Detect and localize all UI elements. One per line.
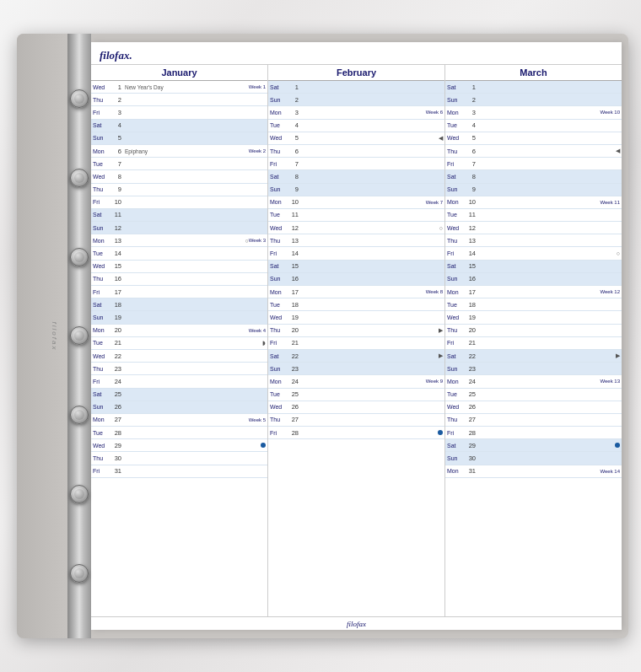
day-row: Mon3Week 10 [445,106,622,119]
day-number: 29 [111,442,121,449]
day-number: 23 [466,365,476,373]
day-name: Sat [447,353,466,359]
day-number: 24 [111,378,121,385]
moon-icon: ○ [617,250,620,256]
day-number: 11 [466,211,476,218]
binder: filofax filofax. JanuaryWed1New Year's D… [17,34,628,638]
week-label: Week 14 [600,469,620,474]
day-number: 22 [466,352,476,360]
day-number: 18 [466,301,476,309]
days-list: Sat1Sun2Mon3Week 10Tue4Wed5Thu6◀Fri7Sat8… [445,81,622,616]
day-number: 26 [466,403,476,411]
day-row: Mon10Week 7 [268,196,444,209]
day-row: Thu13 [445,234,622,247]
week-label: Week 9 [426,379,443,384]
day-name: Mon [447,199,466,205]
day-name: Fri [93,379,111,384]
day-row: Sun5 [91,132,267,145]
day-number: 9 [288,185,299,193]
day-name: Wed [93,263,111,269]
day-name: Wed [270,225,288,231]
day-name: Thu [93,366,111,372]
moon-icon: ○ [439,225,443,231]
day-number: 5 [111,134,121,142]
day-name: Sun [447,97,466,103]
day-number: 19 [111,314,121,321]
day-row: Sun26 [91,401,267,414]
day-row: Sat25 [91,389,267,401]
day-row: Thu20 [445,325,622,337]
day-name: Sat [93,302,111,308]
day-name: Fri [447,250,466,256]
day-name: Sat [447,84,466,90]
day-row: Mon17Week 8 [268,286,444,298]
day-name: Tue [270,302,288,308]
month-col-february: FebruarySat1Sun2Mon3Week 6Tue4Wed5◀Thu6F… [268,65,445,616]
week-label: Week 2 [249,148,266,153]
day-row: Thu6 [268,145,444,158]
week-label: Week 4 [249,328,266,333]
day-row: Wed12○ [268,222,444,234]
day-name: Thu [447,417,466,422]
day-name: Fri [270,340,288,346]
day-name: Tue [447,302,466,308]
day-number: 23 [288,365,299,373]
day-number: 21 [288,339,299,347]
day-row: Sat22▶ [268,350,444,363]
day-row: Wed26 [445,401,622,414]
day-row: Sun30 [445,452,622,465]
dot-icon [261,443,266,448]
day-row: Tue18 [445,298,622,311]
day-name: Mon [93,327,111,333]
day-number: 25 [466,390,476,398]
day-name: Tue [93,161,111,167]
day-name: Thu [270,417,288,422]
day-number: 4 [288,121,299,129]
day-name: Sun [270,97,288,103]
day-name: Thu [270,148,288,154]
ring-6 [70,485,89,503]
week-label: Week 6 [426,110,443,115]
day-name: Thu [447,327,466,333]
day-row: Wed29 [91,439,267,452]
day-row: Fri3 [91,106,267,119]
day-name: Sun [270,186,288,192]
month-col-january: JanuaryWed1New Year's DayWeek 1Thu2Fri3S… [91,65,268,616]
day-name: Sun [93,404,111,410]
day-name: Tue [93,340,111,346]
ring-2 [70,169,89,187]
day-name: Sun [447,186,466,192]
day-number: 15 [288,262,299,270]
day-row: Sat1 [268,81,444,94]
day-number: 17 [111,288,121,296]
day-row: Thu16 [91,273,267,286]
day-name: Mon [270,199,288,205]
day-name: Sat [93,391,111,397]
week-label: Week 7 [426,200,443,205]
day-row: Sun9 [445,184,622,196]
day-row: Tue4 [268,120,444,132]
spine-text: filofax [51,321,58,351]
day-row: Wed8 [91,170,267,183]
day-number: 13 [466,237,476,245]
day-row: Fri21 [268,337,444,350]
day-name: Wed [93,443,111,449]
day-row: Fri7 [445,158,622,170]
moon-icon: ▶ [439,327,443,334]
rings-spine [67,34,91,638]
day-row: Sun9 [268,184,444,196]
day-name: Tue [447,212,466,218]
day-row: Sat15 [268,261,444,273]
day-number: 25 [111,390,121,398]
day-name: Mon [447,379,466,384]
days-list: Wed1New Year's DayWeek 1Thu2Fri3Sat4Sun5… [91,81,267,616]
month-header-march: March [445,65,622,81]
day-number: 26 [111,403,121,411]
day-name: Tue [93,250,111,256]
day-row: Sat4 [91,120,267,132]
day-row: Sat29 [445,439,622,452]
day-number: 6 [466,148,476,155]
day-row: Sun23 [445,363,622,375]
day-row: Mon24Week 9 [268,375,444,388]
week-label: Week 5 [249,417,266,422]
